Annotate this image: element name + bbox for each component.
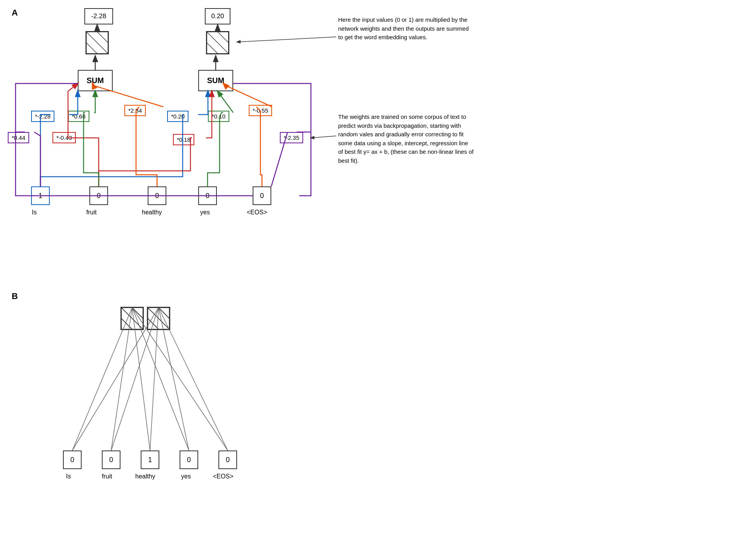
output2-value: 0.20: [208, 11, 221, 19]
b-embedding-box-1: [120, 307, 144, 330]
b-input-yes: 0: [180, 450, 198, 469]
sum-box-1: SUM: [78, 70, 113, 91]
label-fruit: fruit: [86, 209, 97, 216]
b-label-healthy: healthy: [135, 473, 155, 480]
embedding-box-1: [86, 31, 109, 54]
output1-value: -2.28: [89, 11, 104, 19]
label-yes: yes: [200, 209, 210, 216]
b-input-eos: 0: [218, 450, 237, 469]
b-embedding-box-2: [147, 307, 170, 330]
section-a-label: A: [12, 8, 18, 18]
weight-box-4: *-0.43: [52, 132, 76, 143]
input-is: 1: [31, 186, 50, 205]
b-input-is: 0: [63, 450, 82, 469]
weight-box-10: *-2.35: [280, 132, 303, 143]
annotation-weights: The weights are trained on some corpus o…: [338, 113, 474, 165]
b-label-eos: <EOS>: [213, 473, 233, 480]
b-label-fruit: fruit: [102, 473, 112, 480]
input-eos: 0: [253, 186, 271, 205]
label-healthy: healthy: [142, 209, 162, 216]
weight-box-3: *0.44: [8, 132, 29, 143]
weight-box-6: *0.20: [167, 111, 188, 122]
b-input-healthy: 1: [141, 450, 159, 469]
weight-box-5: *2.84: [124, 105, 146, 116]
section-b-label: B: [12, 291, 18, 301]
embedding-box-2: [206, 31, 229, 54]
label-is: Is: [32, 209, 37, 216]
weight-box-9: *-0.55: [249, 105, 272, 116]
svg-line-28: [132, 308, 228, 450]
weight-box-8: *0.18: [173, 134, 194, 145]
weight-box-2: *0.68: [68, 111, 89, 122]
sum-box-2: SUM: [198, 70, 233, 91]
input-yes: 0: [198, 186, 217, 205]
b-label-is: Is: [66, 473, 71, 480]
weight-box-1: *-2.28: [31, 111, 54, 122]
b-label-yes: yes: [181, 473, 191, 480]
weight-box-7: *0.10: [208, 111, 229, 122]
b-input-fruit: 0: [102, 450, 120, 469]
svg-line-29: [72, 308, 159, 450]
input-fruit: 0: [89, 186, 108, 205]
annotation-embedding: Here the input values (0 or 1) are multi…: [338, 16, 474, 42]
label-eos: <EOS>: [247, 209, 267, 216]
input-healthy: 0: [148, 186, 166, 205]
